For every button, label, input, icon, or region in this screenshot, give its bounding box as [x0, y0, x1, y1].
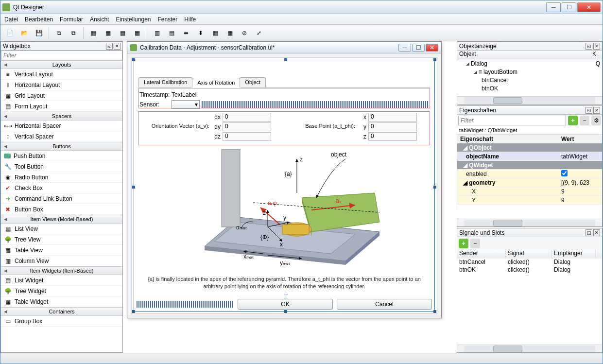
- wbox-treeview[interactable]: 🌳Tree View: [1, 234, 122, 245]
- undock-icon[interactable]: ◱: [586, 107, 592, 114]
- tb-layout3-icon[interactable]: ▦: [116, 27, 129, 39]
- cat-containers[interactable]: Containers: [1, 307, 122, 316]
- tb-paste-icon[interactable]: ⧉: [67, 27, 80, 39]
- tree-btnok[interactable]: btnOK: [457, 84, 602, 92]
- close-panel-icon[interactable]: ✕: [114, 43, 121, 50]
- wbox-tableview[interactable]: ▦Table View: [1, 245, 122, 256]
- class-line: tabWidget : QTabWidget: [457, 126, 602, 135]
- titlebar[interactable]: Qt Designer ─ ☐ ✕: [0, 0, 603, 14]
- undock-icon[interactable]: ◱: [586, 229, 592, 236]
- tb-grid-icon[interactable]: ▦: [209, 27, 222, 39]
- tb-hsplit-icon[interactable]: ⬌: [180, 27, 192, 39]
- tab-object[interactable]: Object: [240, 77, 266, 87]
- wbox-treew[interactable]: 🌳Tree Widget: [1, 286, 122, 296]
- menu-settings[interactable]: Einstellungen: [116, 16, 151, 23]
- cat-itemviews[interactable]: Item Views (Model-Based): [1, 215, 122, 224]
- form-window[interactable]: Calibration Data - Adjustment - sensorCa…: [127, 41, 442, 318]
- menu-view[interactable]: Ansicht: [90, 16, 109, 23]
- wbox-vspacer[interactable]: ↕Vertical Spacer: [1, 131, 122, 142]
- menu-window[interactable]: Fenster: [158, 16, 178, 23]
- tb-save-icon[interactable]: 💾: [33, 27, 45, 39]
- menu-help[interactable]: Hilfe: [184, 16, 196, 23]
- form-close-button[interactable]: ✕: [426, 44, 438, 52]
- form-min-button[interactable]: ─: [398, 44, 411, 52]
- form-canvas[interactable]: Lateral Calibration Axis of Rotation Obj…: [131, 57, 437, 314]
- props-filter[interactable]: [458, 116, 566, 125]
- tb-form-icon[interactable]: ▦: [224, 27, 236, 39]
- wbox-listw[interactable]: ▤List Widget: [1, 275, 122, 286]
- wbox-listview[interactable]: ▤List View: [1, 224, 122, 234]
- menu-file[interactable]: Datei: [4, 16, 18, 23]
- tree-btncancel[interactable]: btnCancel: [457, 76, 602, 84]
- cancel-button[interactable]: Cancel: [337, 299, 432, 310]
- remove-prop-button[interactable]: −: [580, 116, 589, 125]
- remove-signal-button[interactable]: −: [470, 239, 480, 248]
- signal-row[interactable]: btnOKclicked()Dialog: [457, 266, 602, 274]
- maximize-button[interactable]: ☐: [562, 2, 576, 12]
- minimize-button[interactable]: ─: [546, 2, 561, 12]
- dx-field[interactable]: 0: [223, 113, 271, 121]
- wbox-toolbtn[interactable]: 🔧Tool Button: [1, 161, 122, 172]
- tb-break-icon[interactable]: ⊘: [238, 27, 251, 39]
- dy-field[interactable]: 0: [223, 122, 271, 131]
- tb-hbox-icon[interactable]: ▥: [151, 27, 163, 39]
- close-panel-icon[interactable]: ✕: [593, 43, 600, 50]
- tree-dialog[interactable]: ◢DialogQ: [457, 59, 602, 68]
- svg-text:x: x: [280, 241, 283, 248]
- wbox-hlayout[interactable]: ⦀Horizontal Layout: [1, 80, 122, 90]
- enabled-checkbox[interactable]: [561, 170, 568, 176]
- tb-layout4-icon[interactable]: ▦: [131, 27, 143, 39]
- tb-vbox-icon[interactable]: ▤: [165, 27, 178, 39]
- close-button[interactable]: ✕: [577, 2, 601, 12]
- tb-open-icon[interactable]: 📂: [18, 27, 31, 39]
- tb-adjust-icon[interactable]: ⤢: [253, 27, 265, 39]
- config-prop-button[interactable]: ⚙: [591, 116, 601, 125]
- cat-itemwidgets[interactable]: Item Widgets (Item-Based): [1, 266, 122, 275]
- wbox-flayout[interactable]: ▤Form Layout: [1, 101, 122, 112]
- wbox-tablew[interactable]: ▦Table Widget: [1, 296, 122, 307]
- wbox-check[interactable]: ✔Check Box: [1, 183, 122, 193]
- tb-layout2-icon[interactable]: ▦: [102, 27, 114, 39]
- dz-field[interactable]: 0: [223, 132, 271, 141]
- svg-text:aₜφ: aₜφ: [268, 200, 277, 207]
- wbox-glayout[interactable]: ▦Grid Layout: [1, 90, 122, 101]
- add-signal-button[interactable]: +: [459, 239, 468, 248]
- sensor-combobox[interactable]: ▾: [172, 100, 200, 109]
- tree-layout[interactable]: ◢≡layoutBottom: [457, 68, 602, 76]
- wbox-radio[interactable]: ◉Radio Button: [1, 172, 122, 183]
- wbox-groupbox[interactable]: ▭Group Box: [1, 316, 122, 327]
- wbox-vlayout[interactable]: ≡Vertical Layout: [1, 69, 122, 80]
- signal-row[interactable]: btnCancelclicked()Dialog: [457, 259, 602, 266]
- wbox-pushbtn[interactable]: Push Button: [1, 151, 122, 161]
- ok-button[interactable]: OK: [238, 299, 333, 310]
- tab-lateral[interactable]: Lateral Calibration: [138, 77, 192, 87]
- z-field[interactable]: 0: [368, 132, 417, 141]
- wbox-cmdlink[interactable]: ➜Command Link Button: [1, 193, 122, 204]
- menu-form[interactable]: Formular: [60, 16, 83, 23]
- tb-copy-icon[interactable]: ⧉: [52, 27, 65, 39]
- wbox-btnbox[interactable]: ✖Button Box: [1, 204, 122, 215]
- close-panel-icon[interactable]: ✕: [593, 107, 600, 114]
- undock-icon[interactable]: ◱: [586, 43, 592, 50]
- tb-new-icon[interactable]: 📄: [3, 27, 16, 39]
- svg-rect-4: [222, 149, 240, 227]
- add-prop-button[interactable]: +: [568, 116, 578, 125]
- tb-vsplit-icon[interactable]: ⬍: [194, 27, 207, 39]
- form-max-button[interactable]: ☐: [412, 44, 425, 52]
- cat-buttons[interactable]: Buttons: [1, 142, 122, 151]
- tab-axis[interactable]: Axis of Rotation: [192, 78, 240, 87]
- y-field[interactable]: 0: [368, 122, 417, 131]
- cat-layouts[interactable]: Layouts: [1, 60, 122, 69]
- tb-layout1-icon[interactable]: ▦: [87, 27, 100, 39]
- menu-edit[interactable]: Bearbeiten: [25, 16, 53, 23]
- widgetbox-filter[interactable]: [1, 51, 122, 60]
- wbox-hspacer[interactable]: ⟷Horizontal Spacer: [1, 121, 122, 131]
- cat-spacers[interactable]: Spacers: [1, 112, 122, 121]
- x-field[interactable]: 0: [368, 113, 417, 121]
- undock-icon[interactable]: ◱: [106, 43, 113, 50]
- svg-text:{a}: {a}: [285, 171, 292, 177]
- widgetbox-title[interactable]: Widgetbox ◱ ✕: [1, 42, 122, 51]
- wbox-columnview[interactable]: ▥Column View: [1, 256, 122, 266]
- svg-text:object: object: [331, 151, 347, 158]
- close-panel-icon[interactable]: ✕: [593, 229, 600, 236]
